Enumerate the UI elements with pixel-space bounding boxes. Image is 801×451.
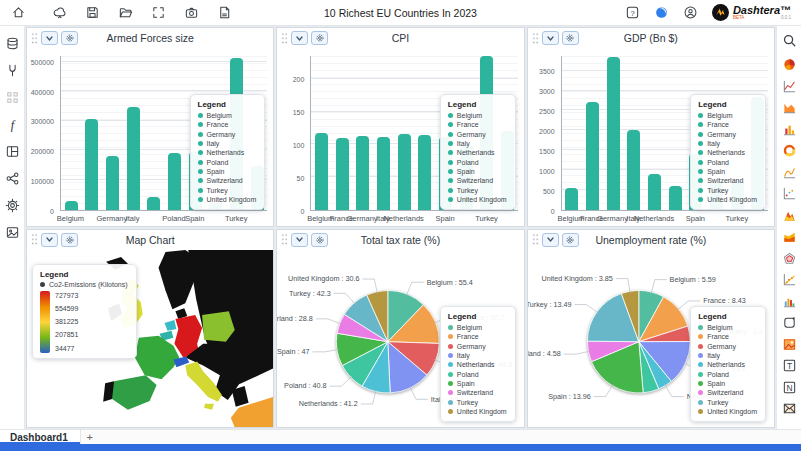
legend-item-germany[interactable]: Germany	[448, 130, 507, 139]
image-tool-icon[interactable]	[781, 336, 797, 352]
brand-logo[interactable]: Dashtera™ BETA0.0.1	[712, 4, 791, 21]
legend-item-poland[interactable]: Poland	[448, 370, 507, 379]
shape-tool-icon[interactable]	[781, 315, 797, 331]
panel-drag-handle[interactable]	[532, 32, 539, 45]
panel-collapse-button[interactable]	[542, 31, 559, 45]
legend-item-belgium[interactable]: Belgium	[448, 111, 507, 120]
legend-item-united-kingdom[interactable]: United Kingdom	[698, 407, 757, 416]
screenshot-icon[interactable]	[183, 5, 199, 21]
bar-italy[interactable]	[377, 137, 390, 209]
legend-item-spain[interactable]: Spain	[198, 167, 257, 176]
legend-item-belgium[interactable]: Belgium	[198, 111, 257, 120]
share-icon[interactable]	[4, 170, 20, 186]
panel-collapse-button[interactable]	[291, 233, 308, 247]
panel-settings-button[interactable]	[562, 31, 579, 45]
legend-item-germany[interactable]: Germany	[198, 130, 257, 139]
connections-icon[interactable]	[4, 62, 20, 78]
settings-gear-icon[interactable]	[4, 197, 20, 213]
theme-toggle-icon[interactable]	[654, 5, 670, 21]
legend-item-united-kingdom[interactable]: United Kingdom	[448, 195, 507, 204]
help-icon[interactable]: ?	[625, 5, 641, 21]
bar-belgium[interactable]	[65, 201, 78, 210]
bar-germany[interactable]	[106, 156, 119, 209]
map-country-netherlands[interactable]	[165, 320, 177, 331]
bar-chart-icon[interactable]	[781, 121, 797, 137]
legend-item-switzerland[interactable]: Switzerland	[698, 388, 757, 397]
legend-item-spain[interactable]: Spain	[448, 379, 507, 388]
export-file-icon[interactable]	[216, 5, 232, 21]
legend-item-spain[interactable]: Spain	[448, 167, 507, 176]
legend-item-france[interactable]: France	[698, 120, 757, 129]
legend-item-poland[interactable]: Poland	[198, 157, 257, 166]
legend-item-italy[interactable]: Italy	[698, 351, 757, 360]
legend-item-netherlands[interactable]: Netherlands	[698, 148, 757, 157]
legend-item-netherlands[interactable]: Netherlands	[448, 360, 507, 369]
legend-item-netherlands[interactable]: Netherlands	[698, 360, 757, 369]
bar-italy[interactable]	[627, 130, 640, 209]
mountain-chart-icon[interactable]	[781, 207, 797, 223]
panel-settings-button[interactable]	[311, 233, 328, 247]
panel-settings-button[interactable]	[311, 31, 328, 45]
tab-dashboard1[interactable]: Dashboard1	[0, 430, 81, 444]
bar-poland[interactable]	[669, 186, 682, 209]
panel-settings-button[interactable]	[61, 233, 78, 247]
function-icon[interactable]: f	[4, 116, 20, 132]
legend-item-united-kingdom[interactable]: United Kingdom	[198, 195, 257, 204]
area-chart-icon[interactable]	[781, 100, 797, 116]
image-widget-icon[interactable]	[4, 224, 20, 240]
bar-germany[interactable]	[607, 57, 620, 210]
panel-drag-handle[interactable]	[31, 233, 38, 246]
legend-item-italy[interactable]: Italy	[448, 351, 507, 360]
bar-netherlands[interactable]	[648, 174, 661, 210]
text-tool-icon[interactable]: T	[781, 358, 797, 374]
legend-item-france[interactable]: France	[448, 120, 507, 129]
legend-item-netherlands[interactable]: Netherlands	[198, 148, 257, 157]
spline-chart-icon[interactable]	[781, 164, 797, 180]
legend-item-belgium[interactable]: Belgium	[698, 323, 757, 332]
panel-settings-button[interactable]	[562, 233, 579, 247]
legend-item-germany[interactable]: Germany	[698, 130, 757, 139]
line-chart-icon[interactable]	[781, 78, 797, 94]
bar-poland[interactable]	[168, 153, 181, 210]
database-icon[interactable]	[4, 35, 20, 51]
note-tool-icon[interactable]: N	[781, 379, 797, 395]
panel-collapse-button[interactable]	[542, 233, 559, 247]
bar-belgium[interactable]	[565, 188, 578, 209]
layout-icon[interactable]	[4, 143, 20, 159]
legend-item-netherlands[interactable]: Netherlands	[448, 148, 507, 157]
legend-item-switzerland[interactable]: Switzerland	[448, 176, 507, 185]
legend-item-germany[interactable]: Germany	[448, 342, 507, 351]
legend-item-united-kingdom[interactable]: United Kingdom	[698, 195, 757, 204]
save-icon[interactable]	[84, 5, 100, 21]
nodes-icon[interactable]	[4, 89, 20, 105]
bar-italy[interactable]	[127, 107, 140, 209]
legend-item-poland[interactable]: Poland	[698, 157, 757, 166]
map-country-spain[interactable]	[110, 375, 156, 410]
legend-item-turkey[interactable]: Turkey	[448, 185, 507, 194]
legend-item-turkey[interactable]: Turkey	[198, 185, 257, 194]
legend-item-turkey[interactable]: Turkey	[448, 397, 507, 406]
map-country-sicily[interactable]	[204, 403, 214, 409]
legend-item-belgium[interactable]: Belgium	[448, 323, 507, 332]
panel-drag-handle[interactable]	[281, 233, 288, 246]
bar-poland[interactable]	[418, 135, 431, 210]
bar-netherlands[interactable]	[398, 134, 411, 210]
legend-item-france[interactable]: France	[448, 332, 507, 341]
legend-item-turkey[interactable]: Turkey	[698, 185, 757, 194]
legend-item-turkey[interactable]: Turkey	[698, 397, 757, 406]
panel-collapse-button[interactable]	[291, 31, 308, 45]
legend-item-switzerland[interactable]: Switzerland	[698, 176, 757, 185]
legend-item-united-kingdom[interactable]: United Kingdom	[448, 407, 507, 416]
panel-drag-handle[interactable]	[532, 233, 539, 246]
panel-settings-button[interactable]	[61, 31, 78, 45]
legend-item-switzerland[interactable]: Switzerland	[448, 388, 507, 397]
regression-chart-icon[interactable]	[781, 272, 797, 288]
panel-collapse-button[interactable]	[41, 233, 58, 247]
bar-netherlands[interactable]	[147, 197, 160, 209]
add-dashboard-button[interactable]: +	[81, 430, 99, 444]
legend-item-spain[interactable]: Spain	[698, 167, 757, 176]
cloud-sync-icon[interactable]	[51, 5, 67, 21]
legend-item-poland[interactable]: Poland	[448, 157, 507, 166]
legend-item-switzerland[interactable]: Switzerland	[198, 176, 257, 185]
legend-item-belgium[interactable]: Belgium	[698, 111, 757, 120]
